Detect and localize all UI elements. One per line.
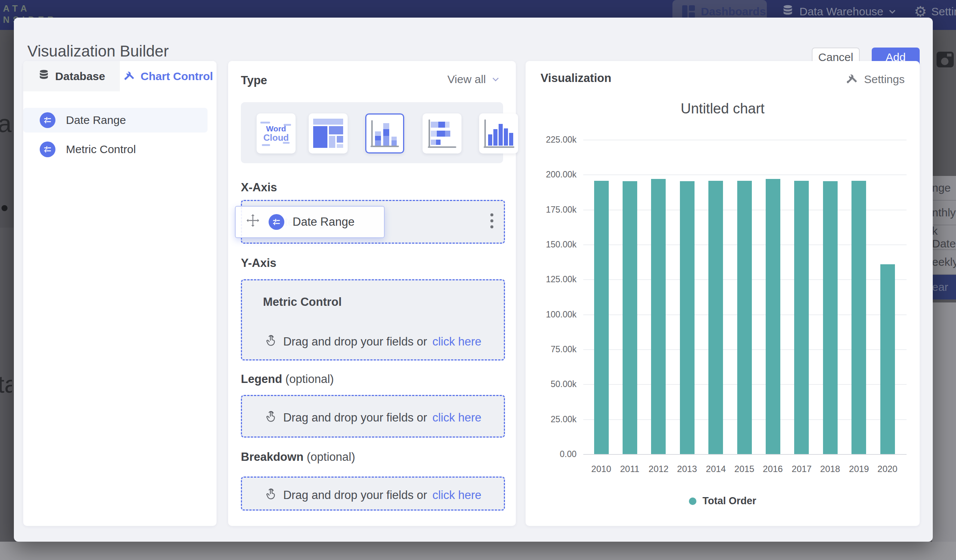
settings-button[interactable]: Settings: [846, 72, 905, 87]
gridline: [583, 140, 907, 140]
legend-dropzone[interactable]: Drag and drop your fields or click here: [241, 395, 505, 438]
bar: [594, 181, 609, 454]
drop-hint-text: Drag and drop your fields or: [283, 335, 427, 348]
bar: [623, 181, 637, 454]
menu-item-fragment-selected[interactable]: ear: [932, 275, 956, 300]
tab-chart-control[interactable]: Chart Control: [120, 61, 217, 91]
y-tick-label: 150.00k: [531, 240, 577, 250]
control-field-list: Date Range Metric Control: [23, 108, 217, 162]
gridline: [583, 454, 907, 455]
x-tick-label: 2020: [873, 464, 902, 474]
tools-icon: [123, 69, 135, 83]
click-here-link[interactable]: click here: [432, 488, 481, 502]
x-tick-label: 2014: [702, 464, 730, 474]
drop-hint: Drag and drop your fields or click here: [242, 409, 504, 426]
y-tick-label: 25.00k: [531, 414, 577, 425]
y-tick-label: 100.00k: [531, 309, 577, 320]
y-tick-label: 225.00k: [531, 135, 577, 145]
visualization-panel: Visualization Settings Untitled chart 22…: [525, 61, 920, 526]
chevron-down-icon: [888, 9, 896, 14]
tools-icon: [846, 72, 858, 87]
field-item-date-range[interactable]: Date Range: [23, 108, 208, 133]
chart-type-column[interactable]: [479, 113, 518, 154]
y-tick-label: 0.00: [531, 449, 577, 459]
bar: [794, 181, 809, 454]
dashboard-grid-icon: [682, 5, 695, 18]
save-icon[interactable]: [937, 52, 954, 67]
nav-settings-label: Settin: [931, 5, 956, 18]
control-source-panel: Database Chart Control Date Range: [23, 61, 217, 526]
drop-hint-text: Drag and drop your fields or: [283, 488, 427, 502]
bg-bottom-strip: [0, 542, 956, 560]
word-cloud-word-2: Cloud: [263, 133, 289, 142]
chart-plot: 225.00k200.00k175.00k150.00k125.00k100.0…: [583, 140, 907, 454]
settings-button-label: Settings: [864, 73, 905, 86]
word-cloud-word-1: Word: [266, 125, 286, 133]
y-axis-zone-title: Metric Control: [263, 295, 342, 309]
logo-line-1: ATA: [3, 3, 57, 14]
visualization-header: Visualization: [541, 72, 612, 85]
menu-item-fragment[interactable]: eekly: [932, 250, 956, 275]
bg-dropdown-menu-edge: nge nthly k Date eekly ear: [932, 176, 956, 300]
drag-chip-date-range[interactable]: Date Range: [235, 206, 385, 238]
menu-item-fragment[interactable]: nthly: [932, 201, 956, 225]
bar: [851, 181, 866, 454]
field-item-metric-control[interactable]: Metric Control: [23, 137, 208, 162]
type-label: Type: [241, 74, 267, 87]
legend-section-label: Legend (optional): [241, 372, 334, 386]
database-icon: [38, 69, 50, 83]
legend-series-name: Total Order: [702, 495, 756, 507]
screen: ATA NSIDER Dashboards Data Warehouse ⚙ S…: [0, 0, 956, 560]
modal-title: Visualization Builder: [27, 42, 168, 60]
chart-legend: Total Order: [525, 495, 920, 507]
y-tick-label: 125.00k: [531, 275, 577, 284]
y-axis-dropzone[interactable]: Metric Control Drag and drop your fields…: [241, 279, 505, 361]
nav-dashboards-label: Dashboards: [701, 5, 766, 18]
chart-type-stacked-bar[interactable]: [423, 113, 462, 154]
click-here-link[interactable]: click here: [432, 411, 481, 425]
bar: [651, 179, 666, 454]
tab-database[interactable]: Database: [23, 61, 120, 91]
bar: [737, 181, 752, 454]
tune-icon: [40, 141, 55, 157]
x-tick-label: 2010: [587, 464, 615, 474]
gridline: [583, 174, 907, 175]
y-tick-label: 75.00k: [531, 344, 577, 355]
drop-hint: Drag and drop your fields or click here: [242, 334, 504, 350]
breakdown-dropzone[interactable]: Drag and drop your fields or click here: [241, 477, 505, 511]
x-tick-label: 2019: [845, 464, 873, 474]
view-all-button[interactable]: View all: [447, 73, 499, 86]
hand-click-icon: [264, 409, 278, 426]
bg-partial-text: ta: [0, 370, 12, 398]
hand-click-icon: [264, 487, 278, 504]
bar: [766, 179, 780, 454]
chart-type-stacked-column[interactable]: [365, 113, 404, 154]
drop-hint: Drag and drop your fields or click here: [242, 487, 504, 504]
drag-chip-label: Date Range: [292, 215, 354, 229]
x-tick-label: 2013: [673, 464, 701, 474]
database-icon: [781, 4, 794, 19]
menu-item-fragment[interactable]: k Date: [932, 225, 956, 250]
kebab-menu-icon[interactable]: [491, 213, 493, 231]
x-tick-label: 2017: [788, 464, 816, 474]
view-all-label: View all: [447, 73, 486, 86]
click-here-link[interactable]: click here: [432, 335, 481, 348]
y-axis-label: Y-Axis: [241, 256, 277, 270]
hand-click-icon: [264, 334, 278, 350]
tab-chart-control-label: Chart Control: [140, 70, 213, 83]
gear-icon: ⚙: [914, 5, 927, 19]
bg-bullet-dot: [2, 205, 8, 211]
y-tick-label: 175.00k: [531, 205, 577, 215]
breakdown-section-label: Breakdown (optional): [241, 450, 355, 464]
chart-title: Untitled chart: [525, 101, 920, 117]
chart-type-treemap[interactable]: [309, 113, 347, 154]
menu-item-fragment[interactable]: nge: [932, 176, 956, 201]
bg-partial-heading: al: [0, 109, 12, 138]
bar: [680, 181, 695, 454]
y-tick-label: 200.00k: [531, 169, 577, 180]
x-tick-label: 2015: [730, 464, 759, 474]
x-axis-label: X-Axis: [241, 181, 277, 194]
chart-type-word-cloud[interactable]: Word Cloud: [256, 113, 296, 154]
bar: [823, 181, 838, 454]
bar: [708, 181, 723, 454]
